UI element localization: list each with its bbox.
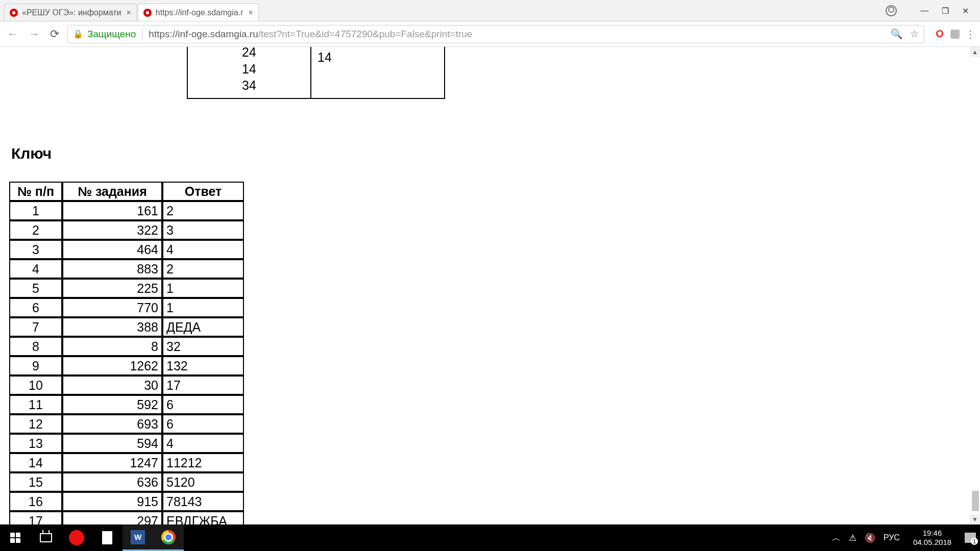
cell-number: 9: [9, 356, 62, 375]
cell-task: 693: [62, 414, 162, 434]
cell-task: 225: [62, 279, 162, 298]
col-header-answer: Ответ: [162, 182, 244, 201]
cell-number: 2: [9, 220, 62, 240]
favicon-icon: [10, 9, 18, 17]
divider: [142, 29, 142, 40]
close-icon[interactable]: ×: [126, 8, 131, 17]
cell-answer: 78143: [162, 492, 244, 511]
table-row: 135944: [9, 434, 244, 453]
table-row: 14124711212: [9, 453, 244, 472]
cell-task: 594: [62, 434, 162, 453]
secure-label: Защищено: [87, 29, 136, 40]
opera-icon: [69, 530, 84, 545]
cell-number: 7: [9, 317, 62, 337]
cell-task: 8: [62, 337, 162, 356]
lock-icon: 🔒: [73, 29, 83, 39]
scroll-down-icon[interactable]: ▼: [970, 514, 980, 524]
cell-number: 14: [9, 453, 62, 472]
close-icon[interactable]: ×: [248, 8, 253, 17]
cell-task: 161: [62, 201, 162, 220]
table-row: 67701: [9, 298, 244, 317]
language-indicator[interactable]: РУС: [884, 533, 900, 542]
chrome-icon: [161, 530, 176, 544]
url-origin: https://inf-oge.sdamgia.ru: [149, 29, 258, 39]
table-row: 103017: [9, 375, 244, 395]
window-controls: — ❐ ✕: [874, 0, 980, 21]
zoom-icon[interactable]: 🔍: [891, 28, 903, 40]
maximize-icon[interactable]: ❐: [942, 6, 949, 16]
col-header-number: № п/п: [9, 182, 62, 201]
cell-answer: 6: [162, 395, 244, 414]
extension-icon[interactable]: [950, 29, 960, 39]
word-icon: W: [131, 530, 145, 544]
back-icon[interactable]: ←: [5, 26, 20, 43]
browser-tab-1[interactable]: «РЕШУ ОГЭ»: информати ×: [4, 4, 137, 21]
cell-number: 13: [9, 434, 62, 453]
taskbar-left: W: [0, 524, 184, 551]
notifications-icon[interactable]: 1: [965, 533, 976, 543]
chrome-taskbar-button[interactable]: [153, 524, 184, 551]
cell-value: 14: [194, 61, 304, 78]
cell-task: 770: [62, 298, 162, 317]
cell-number: 4: [9, 259, 62, 279]
page-viewport: ▲ ▼ 24 14 34 14 Ключ № п/п № задания Отв…: [0, 47, 980, 524]
table-row: 1691578143: [9, 492, 244, 511]
notification-badge: 1: [971, 538, 978, 545]
table-row: 91262132: [9, 356, 244, 375]
table-row: 34644: [9, 240, 244, 259]
cell-task: 1262: [62, 356, 162, 375]
favicon-icon: [143, 9, 152, 17]
cell-task: 883: [62, 259, 162, 279]
cell-number: 11: [9, 395, 62, 414]
cell-answer: 1: [162, 298, 244, 317]
cell-value: 24: [194, 44, 304, 61]
col-header-task: № задания: [62, 182, 162, 201]
cell-answer: 2: [162, 201, 244, 220]
clock-time: 19:46: [913, 529, 951, 538]
table-row: 7388ДЕДА: [9, 317, 244, 337]
menu-icon[interactable]: ⋮: [965, 28, 975, 40]
tray-chevron-icon[interactable]: ︿: [832, 532, 841, 544]
bookmark-icon[interactable]: ☆: [910, 28, 919, 40]
wifi-icon[interactable]: ⚠: [849, 533, 856, 543]
system-tray: ︿ ⚠ 🔇 РУС 19:46 04.05.2018 1: [832, 524, 980, 551]
browser-toolbar: ← → ⟳ 🔒 Защищено https://inf-oge.sdamgia…: [0, 21, 980, 47]
cell-answer: 32: [162, 337, 244, 356]
cell-answer: 132: [162, 356, 244, 375]
close-window-icon[interactable]: ✕: [962, 6, 969, 16]
tab-title: «РЕШУ ОГЭ»: информати: [22, 8, 121, 17]
cell-number: 5: [9, 279, 62, 298]
opera-taskbar-button[interactable]: [61, 524, 92, 551]
answer-key-table: № п/п № задания Ответ 116122322334644488…: [9, 182, 244, 550]
clock[interactable]: 19:46 04.05.2018: [908, 529, 957, 547]
omnibox-actions: 🔍 ☆: [891, 28, 919, 40]
url-text: https://inf-oge.sdamgia.ru/test?nt=True&…: [149, 29, 887, 40]
cell-answer: 6: [162, 414, 244, 434]
task-view-button[interactable]: [31, 524, 61, 551]
file-icon: [102, 531, 112, 544]
file-taskbar-button[interactable]: [92, 524, 122, 551]
table-row: 126936: [9, 414, 244, 434]
scroll-up-icon[interactable]: ▲: [970, 47, 980, 57]
volume-mute-icon[interactable]: 🔇: [865, 533, 875, 543]
cell-answer: 2: [162, 259, 244, 279]
reload-icon[interactable]: ⟳: [48, 26, 61, 43]
cell-answer: 1: [162, 279, 244, 298]
browser-tab-2[interactable]: https://inf-oge.sdamgia.r ×: [138, 4, 259, 21]
opera-extension-icon[interactable]: O: [935, 29, 945, 39]
address-bar[interactable]: 🔒 Защищено https://inf-oge.sdamgia.ru/te…: [67, 25, 924, 43]
start-button[interactable]: [0, 524, 31, 551]
word-taskbar-button[interactable]: W: [122, 524, 153, 551]
scrollbar-thumb[interactable]: [972, 491, 979, 511]
cell-number: 16: [9, 492, 62, 511]
cell-answer: 3: [162, 220, 244, 240]
cell-task: 915: [62, 492, 162, 511]
cell-task: 322: [62, 220, 162, 240]
table-row: 52251: [9, 279, 244, 298]
cell-number: 3: [9, 240, 62, 259]
minimize-icon[interactable]: —: [920, 6, 928, 15]
forward-icon[interactable]: →: [27, 26, 42, 43]
account-icon[interactable]: [886, 5, 897, 16]
cell-task: 636: [62, 472, 162, 492]
table-row: 48832: [9, 259, 244, 279]
